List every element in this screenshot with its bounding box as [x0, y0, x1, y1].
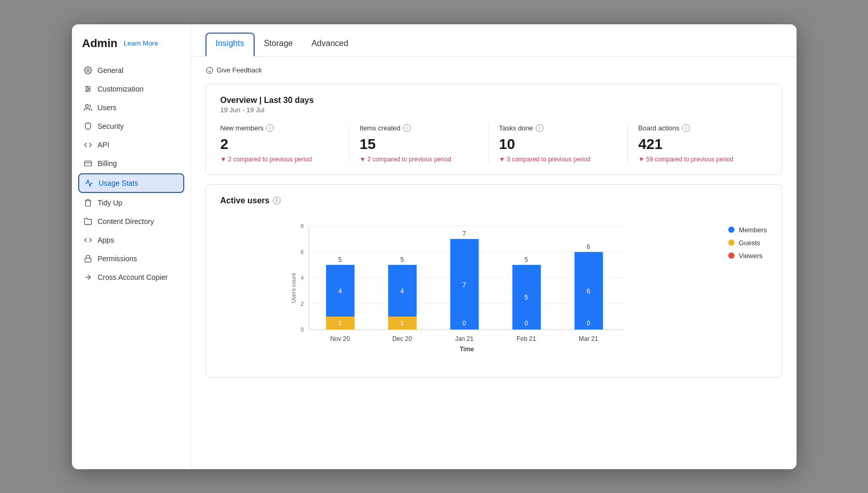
sidebar-item-security[interactable]: Security [78, 117, 184, 135]
legend-item-guests: Guests [728, 239, 767, 247]
svg-text:6: 6 [586, 287, 590, 295]
copy-icon [83, 273, 93, 282]
feedback-icon [205, 66, 214, 74]
bar-chart-svg: Users count 2 [220, 216, 718, 361]
svg-point-5 [88, 88, 90, 89]
sidebar-item-content-directory[interactable]: Content Directory [78, 213, 184, 230]
svg-text:1: 1 [338, 320, 342, 327]
sidebar-item-apps[interactable]: Apps [78, 231, 184, 249]
svg-text:8: 8 [300, 223, 303, 229]
learn-more-link[interactable]: Learn More [124, 39, 158, 47]
sidebar-label-users: Users [98, 103, 117, 112]
give-feedback-button[interactable]: Give Feedback [205, 66, 782, 74]
chart-title: Active users i [220, 196, 767, 205]
sidebar-label-cross-account-copier: Cross Account Copier [98, 273, 168, 281]
legend-dot-viewers [728, 252, 734, 259]
svg-point-6 [86, 90, 87, 92]
info-icon-items-created[interactable]: i [403, 124, 411, 132]
metric-value-items-created: 15 [360, 136, 478, 153]
sidebar-label-api: API [98, 141, 110, 149]
chart-legend: Members Guests Viewers [728, 216, 767, 260]
folder-icon [83, 217, 93, 226]
sidebar-item-usage-stats[interactable]: Usage Stats [78, 173, 184, 193]
chart-icon [84, 178, 94, 188]
feedback-label: Give Feedback [217, 66, 262, 74]
sidebar-item-users[interactable]: Users [78, 99, 184, 116]
svg-text:7: 7 [462, 230, 466, 237]
info-icon-board-actions[interactable]: i [682, 124, 690, 132]
info-icon-active-users[interactable]: i [273, 197, 281, 204]
info-icon-tasks-done[interactable]: i [536, 124, 543, 132]
app-window: Admin Learn More General [72, 24, 797, 469]
sidebar-label-usage-stats: Usage Stats [99, 179, 138, 187]
svg-rect-10 [85, 258, 91, 262]
tabs-container: Insights Storage Advanced [205, 33, 782, 56]
sidebar-label-security: Security [98, 122, 124, 130]
sidebar-item-api[interactable]: API [78, 136, 184, 154]
metric-label-new-members: New members i [220, 124, 339, 132]
svg-text:0: 0 [300, 326, 303, 333]
svg-text:4: 4 [400, 287, 404, 295]
sidebar-item-billing[interactable]: Billing [78, 155, 184, 172]
admin-title: Admin [82, 37, 117, 50]
sidebar-label-content-directory: Content Directory [98, 217, 154, 226]
svg-text:Dec 20: Dec 20 [392, 335, 411, 342]
legend-item-members: Members [728, 226, 767, 234]
arrow-down-icon-new-members: ▼ [220, 156, 227, 163]
sidebar-item-permissions[interactable]: Permissions [78, 250, 184, 267]
svg-rect-8 [84, 161, 91, 166]
svg-text:Time: Time [460, 346, 474, 353]
sidebar-item-customization[interactable]: Customization [78, 80, 184, 98]
svg-text:5: 5 [524, 256, 528, 263]
sidebar-label-permissions: Permissions [98, 255, 137, 263]
metric-value-board-actions: 421 [638, 136, 756, 153]
arrow-down-icon-board-actions: ▼ [638, 156, 644, 163]
chart-wrapper: Users count 2 [220, 216, 718, 363]
arrow-down-icon-tasks-done: ▼ [499, 156, 505, 163]
svg-text:Feb 21: Feb 21 [517, 335, 536, 342]
page-content: Give Feedback Overview | Last 30 days 19… [191, 57, 797, 469]
sidebar-label-apps: Apps [98, 236, 114, 244]
metric-board-actions: Board actions i 421 ▼ 59 compared to pre… [638, 124, 767, 163]
billing-icon [83, 159, 93, 168]
overview-title: Overview | Last 30 days [220, 96, 767, 105]
svg-text:Users count: Users count [290, 273, 296, 303]
metric-change-board-actions: ▼ 59 compared to previous period [638, 156, 756, 163]
code-icon [83, 235, 93, 245]
svg-point-0 [87, 69, 89, 71]
svg-point-12 [207, 67, 213, 73]
sidebar-item-tidy-up[interactable]: Tidy Up [78, 194, 184, 212]
users-icon [83, 103, 93, 112]
svg-text:0: 0 [586, 320, 590, 327]
svg-text:5: 5 [338, 256, 342, 263]
svg-text:Jan 21: Jan 21 [454, 335, 473, 342]
svg-text:7: 7 [462, 281, 466, 289]
active-users-card: Active users i Users count [205, 184, 782, 378]
chart-area: Users count 2 [220, 216, 767, 363]
sidebar-item-general[interactable]: General [78, 62, 184, 79]
svg-text:4: 4 [300, 275, 303, 281]
metric-items-created: Items created i 15 ▼ 2 compared to previ… [360, 124, 489, 163]
legend-dot-members [728, 227, 734, 233]
metric-tasks-done: Tasks done i 10 ▼ 3 compared to previous… [499, 124, 628, 163]
legend-label-guests: Guests [739, 239, 760, 247]
info-icon-new-members[interactable]: i [266, 124, 274, 132]
svg-text:Nov 20: Nov 20 [330, 335, 349, 342]
api-icon [83, 140, 93, 150]
header-area: Insights Storage Advanced [191, 24, 797, 57]
tab-advanced[interactable]: Advanced [302, 34, 358, 57]
tab-storage[interactable]: Storage [255, 34, 302, 57]
svg-text:2: 2 [300, 301, 303, 307]
svg-point-7 [85, 104, 88, 107]
svg-text:Mar 21: Mar 21 [579, 335, 598, 342]
tab-insights[interactable]: Insights [205, 33, 255, 57]
shield-icon [83, 122, 93, 131]
svg-text:1: 1 [400, 320, 404, 327]
svg-text:0: 0 [462, 320, 466, 327]
lock-icon [83, 254, 93, 263]
svg-point-4 [86, 86, 87, 87]
legend-label-members: Members [739, 226, 767, 234]
main-content: Insights Storage Advanced [191, 24, 797, 469]
metrics-row: New members i 2 ▼ 2 compared to previous… [220, 124, 767, 163]
sidebar-item-cross-account-copier[interactable]: Cross Account Copier [78, 268, 184, 286]
